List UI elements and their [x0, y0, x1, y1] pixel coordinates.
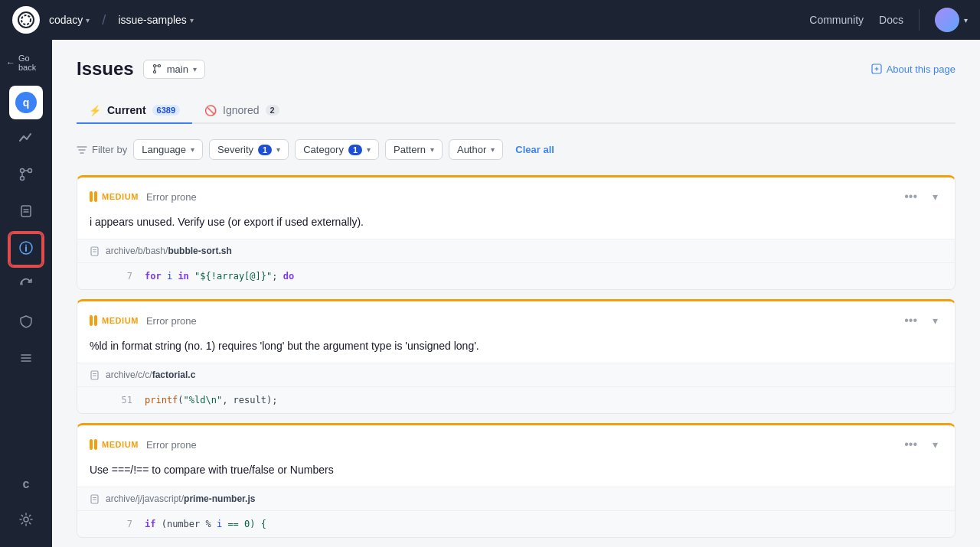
issue-message: i appears unused. Verify use (or export …: [77, 216, 955, 239]
issue-header: MEDIUM Error prone ••• ▾: [77, 425, 955, 464]
sidebar-item-list[interactable]: [9, 343, 43, 376]
analytics-icon: [18, 130, 34, 149]
svg-rect-5: [21, 206, 31, 217]
author-filter[interactable]: Author ▾: [449, 139, 503, 160]
external-link-icon: [871, 63, 882, 74]
file-icon: [90, 370, 100, 380]
svg-point-10: [25, 244, 27, 246]
svg-point-14: [24, 517, 28, 522]
issue-actions: ••• ▾: [900, 436, 942, 453]
file-icon: [90, 246, 100, 256]
severity-label: MEDIUM: [102, 440, 139, 449]
sidebar-item-analytics[interactable]: [9, 122, 43, 156]
refresh-icon: [18, 277, 34, 296]
issue-expand-button[interactable]: ▾: [928, 313, 942, 328]
category-filter[interactable]: Category 1 ▾: [295, 139, 379, 160]
info-icon: [18, 240, 34, 259]
severity-filter[interactable]: Severity 1 ▾: [209, 139, 289, 160]
about-label: About this page: [887, 63, 956, 75]
filter-by-text: Filter by: [92, 144, 127, 155]
logo[interactable]: [12, 6, 40, 34]
sidebar-item-files[interactable]: [9, 196, 43, 230]
branch-chevron-icon: ▾: [193, 65, 197, 73]
sidebar-item-refresh[interactable]: [9, 269, 43, 303]
current-tab-count: 6389: [152, 105, 180, 116]
avatar: [935, 8, 959, 32]
sidebar-item-security[interactable]: [9, 306, 43, 340]
sidebar-item-settings[interactable]: [9, 504, 43, 538]
category-count: 1: [348, 145, 362, 155]
issues-icon: q: [15, 92, 37, 113]
pattern-chevron-icon: ▾: [430, 145, 434, 154]
issue-code: 7 for i in "${!array[@]}"; do: [77, 262, 955, 289]
issue-message: Use ===/!== to compare with true/false o…: [77, 464, 955, 487]
go-back-label: Go back: [18, 54, 46, 72]
git-icon: [18, 167, 34, 186]
issue-more-button[interactable]: •••: [900, 312, 922, 329]
file-path: archive/c/c/factorial.c: [106, 370, 195, 380]
sidebar-item-info[interactable]: [9, 233, 43, 266]
tab-ignored[interactable]: 🚫 Ignored 2: [192, 98, 292, 124]
page-header: Issues main ▾ About this page: [77, 58, 956, 80]
severity-indicator: MEDIUM: [90, 439, 139, 450]
user-menu[interactable]: ▾: [935, 8, 968, 32]
docs-link[interactable]: Docs: [879, 14, 903, 26]
severity-label: Severity: [217, 144, 253, 155]
issue-expand-button[interactable]: ▾: [928, 437, 942, 452]
user-chevron-icon: ▾: [964, 16, 968, 24]
go-back-link[interactable]: ← Go back: [0, 49, 52, 77]
sidebar-item-codacy[interactable]: c: [9, 467, 43, 501]
severity-indicator: MEDIUM: [90, 191, 139, 202]
issue-actions: ••• ▾: [900, 312, 942, 329]
repo-chevron-icon: ▾: [190, 16, 194, 24]
issue-file: archive/c/c/factorial.c: [77, 363, 955, 386]
issue-more-button[interactable]: •••: [900, 188, 922, 205]
issue-card: MEDIUM Error prone ••• ▾ Use ===/!== to …: [77, 423, 956, 538]
issue-code: 7 if (number % i == 0) {: [77, 510, 955, 537]
top-navigation: codacy ▾ / issue-samples ▾ Community Doc…: [0, 0, 980, 40]
filter-bar: Filter by Language ▾ Severity 1 ▾ Catego…: [77, 139, 956, 160]
branch-selector[interactable]: main ▾: [143, 60, 205, 79]
issue-actions: ••• ▾: [900, 188, 942, 205]
clear-all-button[interactable]: Clear all: [509, 140, 560, 159]
current-tab-icon: ⚡: [89, 105, 101, 116]
community-link[interactable]: Community: [809, 14, 864, 26]
issue-card: MEDIUM Error prone ••• ▾ i appears unuse…: [77, 175, 956, 290]
current-tab-label: Current: [107, 104, 146, 116]
sidebar-item-git[interactable]: [9, 159, 43, 193]
issue-header: MEDIUM Error prone ••• ▾: [77, 301, 955, 340]
avatar-image: [935, 8, 959, 32]
nav-divider: [919, 9, 920, 31]
about-page-link[interactable]: About this page: [871, 63, 956, 75]
severity-indicator: MEDIUM: [90, 315, 139, 326]
org-name: codacy: [49, 14, 83, 26]
author-label: Author: [457, 144, 486, 155]
severity-bar: [90, 315, 97, 326]
org-selector[interactable]: codacy ▾: [49, 14, 90, 26]
issue-more-button[interactable]: •••: [900, 436, 922, 453]
main-content: Issues main ▾ About this page: [52, 40, 980, 547]
issue-file: archive/j/javascript/prime-number.js: [77, 487, 955, 510]
ignored-tab-label: Ignored: [223, 104, 259, 116]
code-content: for i in "${!array[@]}"; do: [145, 271, 294, 282]
issue-card: MEDIUM Error prone ••• ▾ %ld in format s…: [77, 299, 956, 414]
list-icon: [18, 350, 34, 370]
org-chevron-icon: ▾: [86, 16, 90, 24]
sidebar-item-issues[interactable]: q: [9, 86, 43, 119]
sidebar: ← Go back q: [0, 40, 52, 547]
author-chevron-icon: ▾: [491, 145, 495, 154]
language-filter[interactable]: Language ▾: [133, 139, 203, 160]
tab-current[interactable]: ⚡ Current 6389: [77, 98, 192, 124]
repo-selector[interactable]: issue-samples ▾: [118, 14, 193, 26]
category-label: Error prone: [146, 315, 197, 327]
category-label: Category: [303, 144, 344, 155]
severity-chevron-icon: ▾: [276, 145, 280, 154]
filter-by-label: Filter by: [77, 144, 127, 155]
settings-icon: [18, 512, 34, 531]
issue-file: archive/b/bash/bubble-sort.sh: [77, 239, 955, 262]
pattern-filter[interactable]: Pattern ▾: [385, 139, 443, 160]
line-number: 7: [114, 519, 132, 529]
page-title: Issues: [77, 58, 134, 80]
issue-expand-button[interactable]: ▾: [928, 189, 942, 204]
pattern-label: Pattern: [394, 144, 426, 155]
